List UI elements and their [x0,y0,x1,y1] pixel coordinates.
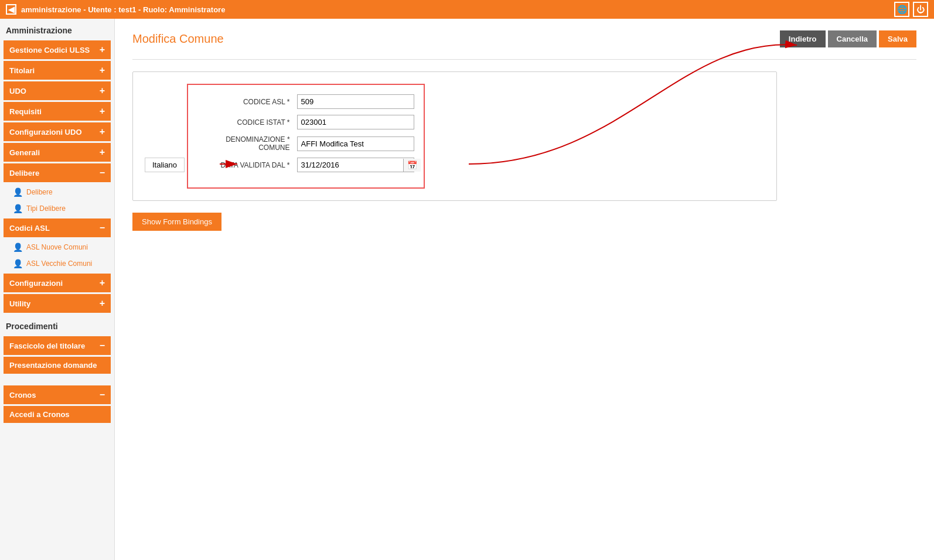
sidebar-item-gestione-codici-ulss[interactable]: Gestione Codici ULSS + [4,40,111,59]
sidebar-item-titolari[interactable]: Titolari + [4,61,111,80]
person-icon: 👤 [13,187,23,197]
sidebar-item-generali[interactable]: Generali + [4,143,111,162]
expand-icon: + [100,106,105,117]
data-validita-field: 📅 [297,158,414,172]
collapse-icon: − [100,390,105,400]
sidebar-item-requisiti[interactable]: Requisiti + [4,102,111,121]
form-row-codice-asl: CODICE ASL * [197,94,414,109]
expand-icon: + [100,298,105,309]
show-form-bindings-button[interactable]: Show Form Bindings [132,213,221,231]
sidebar-item-configurazioni[interactable]: Configurazioni + [4,274,111,292]
expand-icon: + [100,65,105,76]
person-icon: 👤 [13,259,23,268]
codice-istat-label: CODICE ISTAT * [197,118,297,127]
sidebar-sub-asl-nuove-comuni[interactable]: 👤 ASL Nuove Comuni [0,239,114,255]
sidebar-sub-tipi-delibere[interactable]: 👤 Tipi Delibere [0,200,114,217]
sidebar: Amministrazione Gestione Codici ULSS + T… [0,19,115,560]
expand-icon: + [100,127,105,137]
sidebar-item-fascicolo[interactable]: Fascicolo del titolare − [4,336,111,355]
codice-asl-input[interactable] [297,94,414,109]
sidebar-item-accedi-cronos[interactable]: Accedi a Cronos [4,406,111,423]
data-validita-input[interactable] [298,158,403,172]
expand-icon: + [100,278,105,288]
expand-icon: + [100,86,105,96]
expand-icon: + [100,45,105,55]
topbar: ◀ amministrazione - Utente : test1 - Ruo… [0,0,934,19]
sidebar-item-cronos[interactable]: Cronos − [4,385,111,404]
back-arrow-icon[interactable]: ◀ [6,4,16,15]
collapse-icon: − [100,340,105,351]
globe-icon[interactable]: 🌐 [894,2,909,17]
page-title: Modifica Comune [132,32,224,46]
form-row-denominazione: DENOMINAZIONE *COMUNE [197,135,414,152]
sidebar-item-codici-asl[interactable]: Codici ASL − [4,218,111,237]
form-card: Italiano CODICE ASL * CODICE ISTAT * DEN… [132,71,777,201]
form-row-data-validita: DATA VALIDITA DAL * 📅 [197,158,414,172]
sidebar-item-presentazione[interactable]: Presentazione domande [4,357,111,374]
expand-icon: + [100,147,105,158]
sidebar-sub-asl-vecchie-comuni[interactable]: 👤 ASL Vecchie Comuni [0,255,114,272]
sidebar-item-utility[interactable]: Utility + [4,294,111,313]
codice-asl-label: CODICE ASL * [197,98,297,106]
form-inner: CODICE ASL * CODICE ISTAT * DENOMINAZION… [187,84,425,189]
indietro-button[interactable]: Indietro [780,30,826,47]
sidebar-item-delibere[interactable]: Delibere − [4,163,111,182]
sidebar-sub-delibere[interactable]: 👤 Delibere [0,184,114,200]
cancella-button[interactable]: Cancella [828,30,877,47]
sidebar-section-procedimenti: Procedimenti [0,315,114,334]
sidebar-item-configurazioni-udo[interactable]: Configurazioni UDO + [4,122,111,141]
denominazione-label: DENOMINAZIONE *COMUNE [197,135,297,152]
person-icon: 👤 [13,243,23,252]
topbar-title: amministrazione - Utente : test1 - Ruolo… [21,5,225,14]
data-validita-label: DATA VALIDITA DAL * [197,161,297,169]
calendar-icon[interactable]: 📅 [403,159,421,172]
collapse-icon: − [100,168,105,178]
denominazione-input[interactable] [297,136,414,151]
main-header: Modifica Comune Indietro Cancella Salva [132,30,916,47]
sidebar-item-udo[interactable]: UDO + [4,81,111,100]
tab-italiano[interactable]: Italiano [145,158,185,172]
form-row-codice-istat: CODICE ISTAT * [197,115,414,129]
salva-button[interactable]: Salva [879,30,916,47]
power-icon[interactable]: ⏻ [913,2,928,17]
codice-istat-input[interactable] [297,115,414,129]
main-content: Modifica Comune Indietro Cancella Salva … [115,19,934,560]
sidebar-section-amministrazione: Amministrazione [0,19,114,39]
person-icon: 👤 [13,204,23,213]
collapse-icon: − [100,223,105,233]
